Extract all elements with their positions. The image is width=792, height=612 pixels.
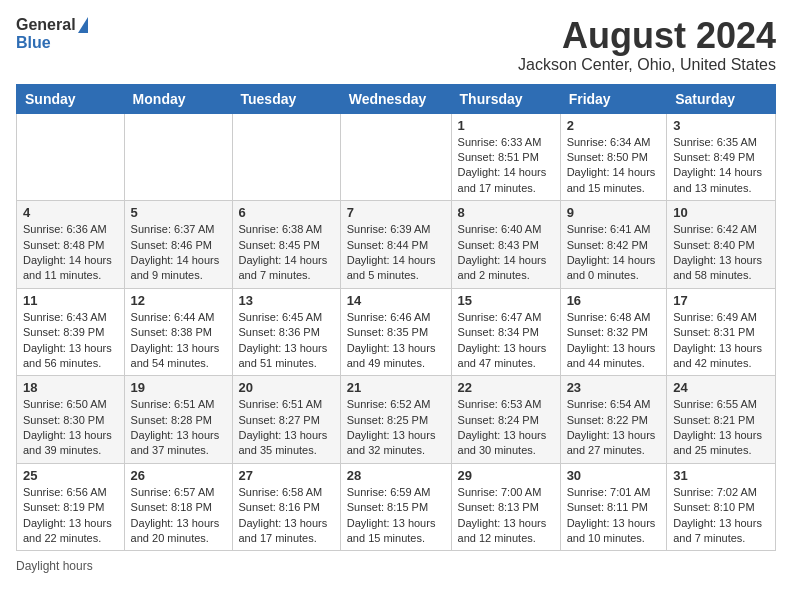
calendar-day-cell: 31Sunrise: 7:02 AM Sunset: 8:10 PM Dayli… bbox=[667, 463, 776, 551]
calendar-day-cell bbox=[232, 113, 340, 201]
day-info: Sunrise: 6:43 AM Sunset: 8:39 PM Dayligh… bbox=[23, 310, 118, 372]
calendar-week-row: 11Sunrise: 6:43 AM Sunset: 8:39 PM Dayli… bbox=[17, 288, 776, 376]
calendar-week-row: 25Sunrise: 6:56 AM Sunset: 8:19 PM Dayli… bbox=[17, 463, 776, 551]
day-number: 29 bbox=[458, 468, 554, 483]
calendar-header-cell: Friday bbox=[560, 84, 667, 113]
title-area: August 2024 Jackson Center, Ohio, United… bbox=[518, 16, 776, 74]
calendar-day-cell: 13Sunrise: 6:45 AM Sunset: 8:36 PM Dayli… bbox=[232, 288, 340, 376]
day-number: 22 bbox=[458, 380, 554, 395]
day-info: Sunrise: 6:40 AM Sunset: 8:43 PM Dayligh… bbox=[458, 222, 554, 284]
day-number: 15 bbox=[458, 293, 554, 308]
day-info: Sunrise: 7:02 AM Sunset: 8:10 PM Dayligh… bbox=[673, 485, 769, 547]
calendar-header-cell: Wednesday bbox=[340, 84, 451, 113]
day-info: Sunrise: 6:44 AM Sunset: 8:38 PM Dayligh… bbox=[131, 310, 226, 372]
day-number: 13 bbox=[239, 293, 334, 308]
calendar-day-cell: 29Sunrise: 7:00 AM Sunset: 8:13 PM Dayli… bbox=[451, 463, 560, 551]
calendar-week-row: 18Sunrise: 6:50 AM Sunset: 8:30 PM Dayli… bbox=[17, 376, 776, 464]
calendar-day-cell bbox=[340, 113, 451, 201]
calendar-day-cell: 16Sunrise: 6:48 AM Sunset: 8:32 PM Dayli… bbox=[560, 288, 667, 376]
day-number: 21 bbox=[347, 380, 445, 395]
footer-note: Daylight hours bbox=[16, 559, 776, 573]
day-number: 23 bbox=[567, 380, 661, 395]
day-info: Sunrise: 6:55 AM Sunset: 8:21 PM Dayligh… bbox=[673, 397, 769, 459]
calendar-day-cell: 3Sunrise: 6:35 AM Sunset: 8:49 PM Daylig… bbox=[667, 113, 776, 201]
day-number: 16 bbox=[567, 293, 661, 308]
calendar-header-cell: Saturday bbox=[667, 84, 776, 113]
day-info: Sunrise: 6:59 AM Sunset: 8:15 PM Dayligh… bbox=[347, 485, 445, 547]
calendar-day-cell: 17Sunrise: 6:49 AM Sunset: 8:31 PM Dayli… bbox=[667, 288, 776, 376]
day-number: 28 bbox=[347, 468, 445, 483]
day-info: Sunrise: 7:01 AM Sunset: 8:11 PM Dayligh… bbox=[567, 485, 661, 547]
day-info: Sunrise: 6:45 AM Sunset: 8:36 PM Dayligh… bbox=[239, 310, 334, 372]
calendar-day-cell: 20Sunrise: 6:51 AM Sunset: 8:27 PM Dayli… bbox=[232, 376, 340, 464]
page-title: August 2024 bbox=[518, 16, 776, 56]
calendar-table: SundayMondayTuesdayWednesdayThursdayFrid… bbox=[16, 84, 776, 552]
calendar-day-cell: 27Sunrise: 6:58 AM Sunset: 8:16 PM Dayli… bbox=[232, 463, 340, 551]
day-number: 10 bbox=[673, 205, 769, 220]
day-number: 12 bbox=[131, 293, 226, 308]
day-number: 24 bbox=[673, 380, 769, 395]
day-info: Sunrise: 6:51 AM Sunset: 8:28 PM Dayligh… bbox=[131, 397, 226, 459]
day-info: Sunrise: 6:57 AM Sunset: 8:18 PM Dayligh… bbox=[131, 485, 226, 547]
calendar-header-cell: Sunday bbox=[17, 84, 125, 113]
day-number: 18 bbox=[23, 380, 118, 395]
calendar-day-cell: 19Sunrise: 6:51 AM Sunset: 8:28 PM Dayli… bbox=[124, 376, 232, 464]
day-number: 19 bbox=[131, 380, 226, 395]
logo-blue-text: Blue bbox=[16, 34, 51, 52]
calendar-week-row: 1Sunrise: 6:33 AM Sunset: 8:51 PM Daylig… bbox=[17, 113, 776, 201]
day-number: 9 bbox=[567, 205, 661, 220]
day-number: 27 bbox=[239, 468, 334, 483]
calendar-day-cell: 21Sunrise: 6:52 AM Sunset: 8:25 PM Dayli… bbox=[340, 376, 451, 464]
calendar-header-cell: Tuesday bbox=[232, 84, 340, 113]
calendar-day-cell: 6Sunrise: 6:38 AM Sunset: 8:45 PM Daylig… bbox=[232, 201, 340, 289]
day-number: 7 bbox=[347, 205, 445, 220]
logo-icon bbox=[78, 17, 88, 33]
day-number: 17 bbox=[673, 293, 769, 308]
day-info: Sunrise: 6:34 AM Sunset: 8:50 PM Dayligh… bbox=[567, 135, 661, 197]
day-number: 4 bbox=[23, 205, 118, 220]
day-number: 14 bbox=[347, 293, 445, 308]
day-info: Sunrise: 6:39 AM Sunset: 8:44 PM Dayligh… bbox=[347, 222, 445, 284]
calendar-day-cell: 7Sunrise: 6:39 AM Sunset: 8:44 PM Daylig… bbox=[340, 201, 451, 289]
calendar-day-cell: 22Sunrise: 6:53 AM Sunset: 8:24 PM Dayli… bbox=[451, 376, 560, 464]
calendar-day-cell: 11Sunrise: 6:43 AM Sunset: 8:39 PM Dayli… bbox=[17, 288, 125, 376]
calendar-header-cell: Monday bbox=[124, 84, 232, 113]
day-number: 25 bbox=[23, 468, 118, 483]
day-info: Sunrise: 6:53 AM Sunset: 8:24 PM Dayligh… bbox=[458, 397, 554, 459]
calendar-day-cell: 25Sunrise: 6:56 AM Sunset: 8:19 PM Dayli… bbox=[17, 463, 125, 551]
day-info: Sunrise: 7:00 AM Sunset: 8:13 PM Dayligh… bbox=[458, 485, 554, 547]
calendar-day-cell: 8Sunrise: 6:40 AM Sunset: 8:43 PM Daylig… bbox=[451, 201, 560, 289]
day-number: 2 bbox=[567, 118, 661, 133]
calendar-day-cell bbox=[17, 113, 125, 201]
calendar-day-cell bbox=[124, 113, 232, 201]
day-info: Sunrise: 6:52 AM Sunset: 8:25 PM Dayligh… bbox=[347, 397, 445, 459]
day-info: Sunrise: 6:38 AM Sunset: 8:45 PM Dayligh… bbox=[239, 222, 334, 284]
calendar-day-cell: 30Sunrise: 7:01 AM Sunset: 8:11 PM Dayli… bbox=[560, 463, 667, 551]
day-info: Sunrise: 6:37 AM Sunset: 8:46 PM Dayligh… bbox=[131, 222, 226, 284]
day-info: Sunrise: 6:47 AM Sunset: 8:34 PM Dayligh… bbox=[458, 310, 554, 372]
day-info: Sunrise: 6:49 AM Sunset: 8:31 PM Dayligh… bbox=[673, 310, 769, 372]
day-info: Sunrise: 6:36 AM Sunset: 8:48 PM Dayligh… bbox=[23, 222, 118, 284]
day-number: 6 bbox=[239, 205, 334, 220]
day-info: Sunrise: 6:50 AM Sunset: 8:30 PM Dayligh… bbox=[23, 397, 118, 459]
header: General Blue August 2024 Jackson Center,… bbox=[16, 16, 776, 74]
calendar-day-cell: 1Sunrise: 6:33 AM Sunset: 8:51 PM Daylig… bbox=[451, 113, 560, 201]
calendar-day-cell: 26Sunrise: 6:57 AM Sunset: 8:18 PM Dayli… bbox=[124, 463, 232, 551]
calendar-day-cell: 23Sunrise: 6:54 AM Sunset: 8:22 PM Dayli… bbox=[560, 376, 667, 464]
day-info: Sunrise: 6:33 AM Sunset: 8:51 PM Dayligh… bbox=[458, 135, 554, 197]
day-info: Sunrise: 6:46 AM Sunset: 8:35 PM Dayligh… bbox=[347, 310, 445, 372]
day-number: 1 bbox=[458, 118, 554, 133]
day-number: 5 bbox=[131, 205, 226, 220]
calendar-day-cell: 24Sunrise: 6:55 AM Sunset: 8:21 PM Dayli… bbox=[667, 376, 776, 464]
day-info: Sunrise: 6:56 AM Sunset: 8:19 PM Dayligh… bbox=[23, 485, 118, 547]
calendar-header-cell: Thursday bbox=[451, 84, 560, 113]
day-info: Sunrise: 6:54 AM Sunset: 8:22 PM Dayligh… bbox=[567, 397, 661, 459]
day-info: Sunrise: 6:51 AM Sunset: 8:27 PM Dayligh… bbox=[239, 397, 334, 459]
day-info: Sunrise: 6:58 AM Sunset: 8:16 PM Dayligh… bbox=[239, 485, 334, 547]
day-number: 11 bbox=[23, 293, 118, 308]
day-number: 30 bbox=[567, 468, 661, 483]
calendar-day-cell: 2Sunrise: 6:34 AM Sunset: 8:50 PM Daylig… bbox=[560, 113, 667, 201]
day-info: Sunrise: 6:42 AM Sunset: 8:40 PM Dayligh… bbox=[673, 222, 769, 284]
calendar-header-row: SundayMondayTuesdayWednesdayThursdayFrid… bbox=[17, 84, 776, 113]
logo: General Blue bbox=[16, 16, 88, 51]
